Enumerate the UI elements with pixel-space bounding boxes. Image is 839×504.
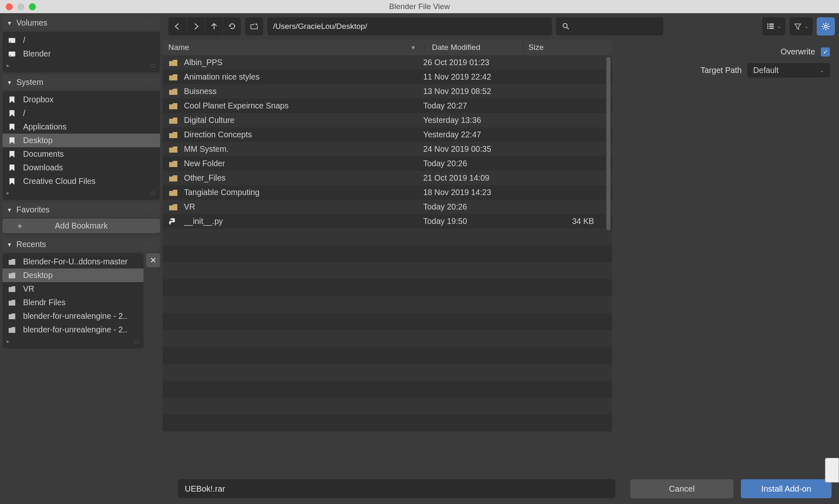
system-footer: ▸::::	[2, 188, 160, 198]
path-input[interactable]	[267, 17, 552, 35]
empty-row	[163, 245, 612, 262]
target-path-value: Default	[753, 66, 779, 75]
expand-icon[interactable]: ▸	[7, 62, 9, 68]
recent-item[interactable]: blender-for-unrealengine - 2..	[2, 323, 144, 337]
cancel-label: Cancel	[669, 484, 695, 494]
system-item[interactable]: Creative Cloud Files	[2, 174, 160, 188]
file-name: Direction Concepts	[184, 130, 423, 139]
bookmark-icon	[7, 109, 16, 118]
system-header[interactable]: ▼ System ::::	[2, 75, 160, 89]
file-row[interactable]: Albin_PPS26 Oct 2019 01:23	[163, 55, 612, 70]
favorites-header[interactable]: ▼ Favorites ::::	[2, 203, 160, 217]
file-row[interactable]: Direction ConceptsYesterday 22:47	[163, 127, 612, 142]
drag-grip-icon[interactable]: ::::	[150, 62, 156, 68]
sidebar: ▼ Volumes :::: / Blender ▸ ::::	[0, 13, 163, 504]
folder-icon	[7, 258, 16, 266]
recent-item[interactable]: Blender-For-U..ddons-master	[2, 255, 144, 268]
scrollbar[interactable]	[606, 57, 610, 230]
volume-item-root[interactable]: /	[2, 33, 160, 47]
file-row[interactable]: __init__.pyToday 19:5034 KB	[163, 214, 612, 228]
svg-rect-10	[769, 26, 774, 27]
file-row[interactable]: Tangiable Computing18 Nov 2019 14:23	[163, 185, 612, 200]
bookmark-icon	[7, 177, 16, 186]
volume-item-blender[interactable]: Blender	[2, 47, 160, 61]
cancel-button[interactable]: Cancel	[630, 479, 733, 498]
system-item-label: /	[23, 108, 25, 118]
file-row[interactable]: Digital CultureYesterday 13:36	[163, 113, 612, 127]
recents-header[interactable]: ▼ Recents ::::	[2, 237, 160, 252]
recent-item-label: VR	[23, 284, 34, 294]
drag-grip-icon[interactable]: ::::	[146, 20, 156, 26]
folder-icon	[7, 313, 16, 320]
file-name: MM System.	[184, 144, 423, 154]
filename-input[interactable]	[178, 479, 615, 498]
svg-point-13	[171, 219, 172, 219]
recent-item[interactable]: Desktop	[2, 268, 144, 282]
search-input[interactable]	[556, 17, 663, 35]
file-row[interactable]: VRToday 20:26	[163, 200, 612, 214]
col-size-label: Size	[528, 43, 544, 52]
disclosure-down-icon: ▼	[7, 241, 12, 248]
close-window-button[interactable]	[6, 3, 13, 10]
system-item[interactable]: Documents	[2, 147, 160, 161]
drag-grip-icon[interactable]: ::::	[150, 190, 156, 196]
system-item-label: Applications	[23, 122, 66, 132]
forward-button[interactable]	[186, 17, 205, 35]
expand-icon[interactable]: ▸	[7, 338, 9, 344]
back-button[interactable]	[168, 17, 186, 35]
minimize-window-button[interactable]	[17, 3, 24, 10]
check-icon: ✓	[823, 48, 828, 56]
col-date[interactable]: Date Modified	[424, 43, 523, 52]
folder-icon	[168, 145, 180, 153]
recent-item[interactable]: blender-for-unrealengine - 2..	[2, 309, 144, 323]
svg-rect-1	[9, 42, 11, 42]
disclosure-down-icon: ▼	[7, 20, 12, 26]
system-item-label: Documents	[23, 149, 64, 159]
drag-grip-icon[interactable]: ::::	[134, 338, 139, 344]
sort-desc-icon: ▼	[410, 45, 416, 51]
system-item[interactable]: Downloads	[2, 161, 160, 174]
volumes-panel: ▼ Volumes :::: / Blender ▸ ::::	[2, 16, 160, 73]
recent-item[interactable]: VR	[2, 282, 144, 296]
titlebar: Blender File View	[0, 0, 839, 13]
zoom-window-button[interactable]	[29, 3, 36, 10]
edge-preview-tab[interactable]	[825, 458, 839, 483]
file-date: Today 19:50	[423, 217, 530, 226]
filter-button[interactable]: ⌄	[790, 17, 813, 35]
file-row[interactable]: Other_Files21 Oct 2019 14:09	[163, 171, 612, 185]
file-name: Animation nice styles	[184, 72, 423, 82]
col-name[interactable]: Name▼	[168, 43, 424, 52]
file-row[interactable]: MM System.24 Nov 2019 00:35	[163, 142, 612, 156]
add-bookmark-button[interactable]: ＋ Add Bookmark	[2, 219, 160, 233]
options-panel: Overwrite ✓ Target Path Default ⌄	[612, 40, 839, 473]
file-date: 11 Nov 2019 22:42	[423, 72, 530, 82]
overwrite-checkbox[interactable]: ✓	[821, 47, 830, 57]
system-item[interactable]: Applications	[2, 120, 160, 134]
target-path-select[interactable]: Default ⌄	[747, 63, 830, 78]
file-row[interactable]: Animation nice styles11 Nov 2019 22:42	[163, 70, 612, 84]
file-row[interactable]: New FolderToday 20:26	[163, 156, 612, 171]
file-name: Buisness	[184, 87, 423, 96]
volumes-header[interactable]: ▼ Volumes ::::	[2, 16, 160, 30]
drag-grip-icon[interactable]: ::::	[146, 242, 156, 247]
recent-item[interactable]: Blendr Files	[2, 296, 144, 309]
install-addon-button[interactable]: Install Add-on	[741, 479, 832, 498]
file-row[interactable]: Buisness13 Nov 2019 08:52	[163, 84, 612, 99]
drag-grip-icon[interactable]: ::::	[146, 80, 156, 85]
col-size[interactable]: Size	[523, 43, 606, 52]
display-mode-button[interactable]: ⌄	[762, 17, 785, 35]
new-folder-button[interactable]	[245, 17, 263, 35]
system-item[interactable]: /	[2, 106, 160, 120]
file-row[interactable]: Cool Planet Expeirnce SnapsToday 20:27	[163, 99, 612, 113]
refresh-button[interactable]	[223, 17, 241, 35]
parent-button[interactable]	[205, 17, 223, 35]
install-label: Install Add-on	[761, 484, 811, 494]
empty-row	[163, 381, 612, 398]
expand-icon[interactable]: ▸	[7, 190, 9, 196]
settings-button[interactable]	[817, 17, 835, 35]
remove-recent-button[interactable]: ✕	[146, 253, 160, 267]
system-item[interactable]: Dropbox	[2, 93, 160, 106]
disk-icon	[7, 50, 16, 58]
system-item[interactable]: Desktop	[2, 134, 160, 147]
drag-grip-icon[interactable]: ::::	[146, 207, 156, 213]
